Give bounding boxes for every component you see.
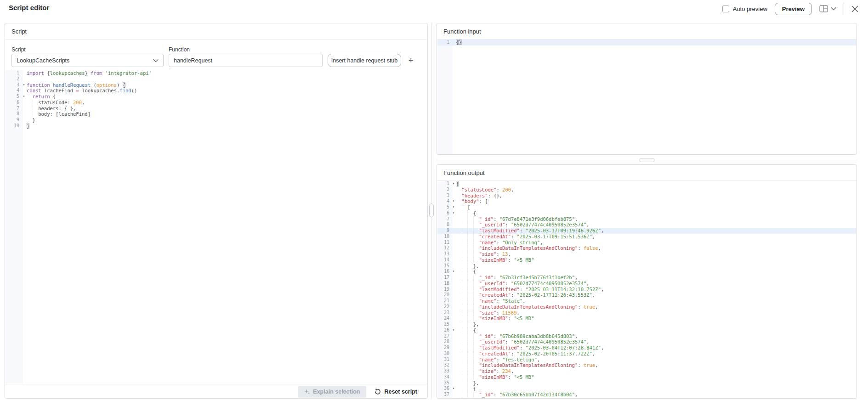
preview-button[interactable]: Preview xyxy=(775,3,812,15)
script-select[interactable]: LookupCacheScripts xyxy=(11,54,164,67)
function-input-editor[interactable]: 1{} xyxy=(437,39,856,155)
fold-arrow-icon[interactable]: ▾ xyxy=(451,198,456,204)
fold-arrow-icon[interactable]: ▾ xyxy=(451,327,456,333)
script-code-editor[interactable]: 1import {lookupcaches} from 'integrator-… xyxy=(6,70,427,383)
editor-line[interactable]: 1▾{ xyxy=(437,181,856,187)
fold-arrow-icon[interactable]: ▾ xyxy=(451,181,456,187)
line-number: 16 xyxy=(437,269,451,275)
editor-line[interactable]: 31"name": "Tes-Celigo", xyxy=(437,357,856,363)
editor-line[interactable]: 16▾{ xyxy=(437,269,856,275)
horizontal-resize-handle[interactable] xyxy=(639,158,655,162)
function-input-panel: Function input 1{} xyxy=(437,23,857,155)
fold-arrow-icon[interactable]: ▾ xyxy=(451,210,456,216)
vertical-resize-handle[interactable] xyxy=(429,203,434,217)
code-line-text: "_id": "67b6b989caba3db8b645d803", xyxy=(456,333,578,339)
editor-line[interactable]: 36▾{ xyxy=(437,386,856,392)
line-number: 3 xyxy=(437,193,451,199)
topbar-divider xyxy=(844,3,844,15)
editor-line[interactable]: 3"headers": {}, xyxy=(437,193,856,199)
editor-line[interactable]: 6statusCode: 200, xyxy=(6,100,427,106)
editor-line[interactable]: 9} xyxy=(6,117,427,123)
editor-line[interactable]: 30"createdAt": "2025-02-20T05:11:37.722Z… xyxy=(437,351,856,357)
fold-arrow-icon[interactable]: ▾ xyxy=(451,204,456,210)
editor-line[interactable]: 14"sizeInMB": "<5 MB" xyxy=(437,257,856,263)
editor-line[interactable]: 17"_id": "67b31cf3e45b776f3f1bef2b", xyxy=(437,275,856,281)
line-number: 15 xyxy=(437,263,451,269)
reset-script-button[interactable]: Reset script xyxy=(371,386,421,398)
editor-line[interactable]: 4▾"body": [ xyxy=(437,198,856,204)
line-number: 4 xyxy=(437,198,451,204)
editor-line[interactable]: 8"_userId": "6502d77474c40950852e3574", xyxy=(437,222,856,228)
code-line-text: { xyxy=(456,181,459,187)
editor-line[interactable]: 34"sizeInMB": "<5 MB" xyxy=(437,374,856,380)
close-icon[interactable] xyxy=(851,6,858,12)
editor-line[interactable]: 2"statusCode": 200, xyxy=(437,187,856,193)
layout-switcher[interactable] xyxy=(819,5,836,12)
editor-line[interactable]: 35}, xyxy=(437,380,856,386)
code-line-text: "name": "State", xyxy=(456,298,526,304)
editor-line[interactable]: 26▾{ xyxy=(437,327,856,333)
line-number: 6 xyxy=(437,210,451,216)
editor-line[interactable]: 3▾function handleRequest (options) { xyxy=(6,82,427,88)
insert-handle-request-stub-button[interactable]: Insert handle request stub xyxy=(328,54,401,67)
editor-line[interactable]: 28"_userId": "6502d77474c40950852e3574", xyxy=(437,339,856,345)
function-field[interactable] xyxy=(169,54,323,67)
line-number: 32 xyxy=(437,362,451,368)
editor-line[interactable]: 22"includeDataInTemplatesAndCloning": tr… xyxy=(437,304,856,310)
line-number: 1 xyxy=(6,70,21,76)
editor-line[interactable]: 37"_id": "67b30c65bb07f42d134f8b04", xyxy=(437,392,856,398)
editor-line[interactable]: 7headers: { }, xyxy=(6,106,427,112)
editor-line[interactable]: 32"includeDataInTemplatesAndCloning": tr… xyxy=(437,362,856,368)
editor-line[interactable]: 25}, xyxy=(437,321,856,327)
auto-preview-checkbox[interactable] xyxy=(722,6,729,12)
editor-line[interactable]: 10"createdAt": "2025-03-17T09:15:51.536Z… xyxy=(437,234,856,240)
fold-arrow-icon[interactable]: ▾ xyxy=(21,94,27,100)
editor-line[interactable]: 29"lastModified": "2025-03-04T12:07:28.8… xyxy=(437,345,856,351)
editor-line[interactable]: 8body: [lcacheFind] xyxy=(6,111,427,117)
auto-preview-toggle[interactable]: Auto preview xyxy=(722,6,767,12)
line-number: 2 xyxy=(437,187,451,193)
editor-line[interactable]: 18"_userId": "6502d77474c40950852e3574", xyxy=(437,281,856,287)
editor-line[interactable]: 5▾return { xyxy=(6,94,427,100)
editor-line[interactable]: 27"_id": "67b6b989caba3db8b645d803", xyxy=(437,333,856,339)
editor-line[interactable]: 10} xyxy=(6,123,427,129)
fold-arrow-icon[interactable]: ▾ xyxy=(21,82,27,88)
editor-line[interactable]: 9"lastModified": "2025-03-17T09:19:46.92… xyxy=(437,228,856,234)
editor-line[interactable]: 13"size": 13, xyxy=(437,251,856,257)
editor-line[interactable]: 11"name": "Only string", xyxy=(437,240,856,246)
line-number: 23 xyxy=(437,310,451,316)
fold-arrow-icon[interactable]: ▾ xyxy=(451,269,456,275)
editor-line[interactable]: 7"_id": "67d7e8471e3f9d06dbfeb875", xyxy=(437,216,856,222)
add-script-icon[interactable]: + xyxy=(408,56,414,65)
code-line-text: "_userId": "6502d77474c40950852e3574", xyxy=(456,281,590,287)
editor-line[interactable]: 23"size": 11569, xyxy=(437,310,856,316)
editor-line[interactable]: 33"size": 234, xyxy=(437,368,856,374)
editor-line[interactable]: 1import {lookupcaches} from 'integrator-… xyxy=(6,70,427,76)
editor-line[interactable]: 2 xyxy=(6,76,427,82)
line-number: 17 xyxy=(437,275,451,281)
editor-line[interactable]: 12"includeDataInTemplatesAndCloning": fa… xyxy=(437,245,856,251)
code-line-text: }, xyxy=(456,263,479,269)
line-number: 34 xyxy=(437,374,451,380)
editor-line[interactable]: 5▾[ xyxy=(437,204,856,210)
editor-line[interactable]: 19"lastModified": "2025-03-11T14:32:10.7… xyxy=(437,287,856,293)
reset-icon xyxy=(374,389,381,395)
editor-line[interactable]: 6▾{ xyxy=(437,210,856,216)
script-panel-header: Script xyxy=(5,23,427,39)
code-line-text: "name": "Only string", xyxy=(456,240,543,246)
line-number: 26 xyxy=(437,327,451,333)
line-number: 10 xyxy=(6,123,21,129)
editor-line[interactable]: 20"createdAt": "2025-02-17T11:26:43.553Z… xyxy=(437,292,856,298)
editor-line[interactable]: 24"sizeInMB": "<5 MB" xyxy=(437,315,856,321)
function-output-editor[interactable]: 1▾{2"statusCode": 200,3"headers": {},4▾"… xyxy=(437,181,856,399)
editor-line[interactable]: 21"name": "State", xyxy=(437,298,856,304)
panel-layout-icon xyxy=(819,5,828,12)
function-input-title: Function input xyxy=(443,28,481,35)
editor-line[interactable]: 4const lcacheFind = lookupcaches.find() xyxy=(6,88,427,94)
line-number: 24 xyxy=(437,315,451,321)
explain-selection-button[interactable]: Explain selection xyxy=(298,386,366,398)
code-line-text: "lastModified": "2025-03-04T12:07:28.841… xyxy=(456,345,604,351)
editor-line[interactable]: 1{} xyxy=(437,39,856,45)
editor-line[interactable]: 15}, xyxy=(437,263,856,269)
fold-arrow-icon[interactable]: ▾ xyxy=(451,386,456,392)
